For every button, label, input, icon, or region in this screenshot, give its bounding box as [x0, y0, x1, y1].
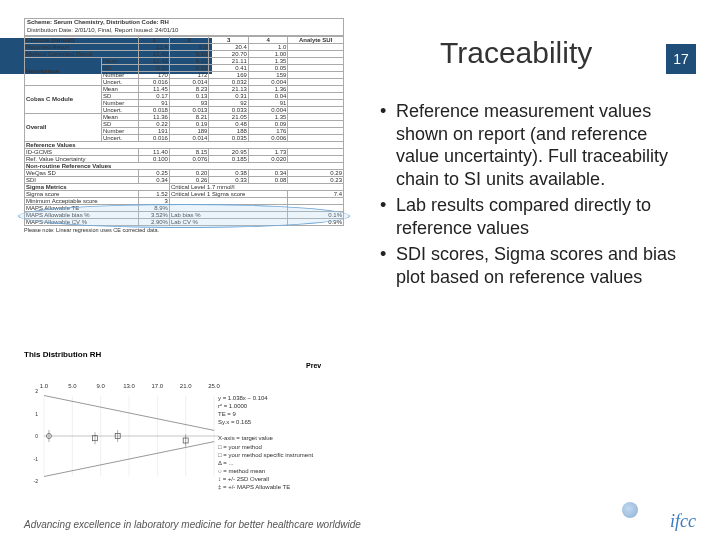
slide-title: Traceability	[440, 36, 592, 70]
page-number: 17	[666, 44, 696, 74]
chart-title: This Distribution RH	[24, 350, 101, 359]
svg-text:-1: -1	[34, 456, 39, 462]
svg-text:-2: -2	[34, 478, 39, 484]
svg-text:5.0: 5.0	[68, 383, 77, 389]
analyte-header: Glucose (mmol/l)	[25, 36, 139, 43]
globe-icon	[622, 502, 638, 518]
bullet-item: Lab results compared directly to referen…	[380, 194, 690, 239]
dist-line: Distribution Date: 2/01/10, Final, Repor…	[27, 27, 341, 35]
svg-text:25.0: 25.0	[208, 383, 220, 389]
svg-text:9.0: 9.0	[96, 383, 105, 389]
svg-text:0: 0	[35, 433, 38, 439]
svg-text:1: 1	[35, 411, 38, 417]
report-snapshot: Scheme: Serum Chemistry, Distribution Co…	[24, 18, 344, 233]
scheme-line: Scheme: Serum Chemistry, Distribution Co…	[27, 19, 341, 27]
svg-text:21.0: 21.0	[180, 383, 192, 389]
svg-text:1.0: 1.0	[40, 383, 49, 389]
chart-legend: y = 1.038x − 0.104r² = 1.0000TE = 9Sy.x …	[218, 394, 313, 491]
chart-right-label: Prev	[306, 362, 321, 369]
svg-text:13.0: 13.0	[123, 383, 135, 389]
bullet-list: Reference measurement values shown on re…	[380, 100, 690, 292]
bullet-item: Reference measurement values shown on re…	[380, 100, 690, 190]
footer-text: Advancing excellence in laboratory medic…	[24, 519, 361, 530]
svg-text:2: 2	[35, 388, 38, 394]
bullet-item: SDI scores, Sigma scores and bias plot b…	[380, 243, 690, 288]
svg-text:17.0: 17.0	[151, 383, 163, 389]
report-table: Glucose (mmol/l) 1 2 3 4 Analyte SUI Rep…	[24, 36, 344, 226]
report-note: Please note: Linear regression uses CE c…	[24, 227, 344, 233]
ifcc-logo: ifcc	[670, 511, 696, 532]
